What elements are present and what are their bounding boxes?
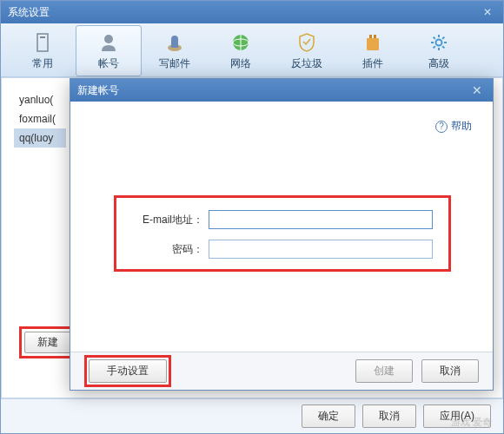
cancel-button[interactable]: 取消 bbox=[362, 404, 416, 428]
help-label: 帮助 bbox=[451, 119, 472, 134]
svg-rect-9 bbox=[374, 35, 376, 38]
watermark: 游戏 爱奇 bbox=[451, 416, 492, 429]
highlight-form: E-mail地址： 密码： bbox=[114, 195, 451, 272]
tab-antispam[interactable]: 反垃圾 bbox=[274, 25, 340, 76]
shield-icon bbox=[295, 30, 319, 55]
svg-line-18 bbox=[442, 37, 444, 39]
dialog-titlebar: 新建帐号 ✕ bbox=[70, 79, 493, 102]
tab-label: 写邮件 bbox=[159, 56, 190, 71]
svg-point-2 bbox=[104, 35, 113, 43]
svg-line-16 bbox=[442, 46, 444, 48]
tab-account[interactable]: 帐号 bbox=[76, 25, 142, 76]
svg-line-17 bbox=[434, 46, 435, 48]
dialog-cancel-button[interactable]: 取消 bbox=[421, 359, 479, 383]
svg-rect-7 bbox=[367, 38, 379, 50]
tab-compose[interactable]: 写邮件 bbox=[142, 25, 208, 76]
tab-label: 高级 bbox=[428, 56, 449, 71]
svg-rect-1 bbox=[40, 36, 45, 38]
tab-label: 网络 bbox=[230, 56, 251, 71]
plugin-icon bbox=[361, 30, 385, 55]
toolbar: 常用 帐号 写邮件 网络 反垃圾 插件 高级 bbox=[1, 23, 503, 77]
tab-advanced[interactable]: 高级 bbox=[406, 25, 472, 76]
email-field[interactable] bbox=[209, 210, 433, 229]
window-close-icon[interactable]: ✕ bbox=[479, 6, 496, 18]
password-label: 密码： bbox=[132, 242, 209, 257]
tab-label: 帐号 bbox=[98, 56, 119, 71]
window-title: 系统设置 bbox=[8, 5, 479, 20]
dialog-footer: 手动设置 创建 取消 bbox=[70, 352, 493, 390]
tab-general[interactable]: 常用 bbox=[10, 25, 76, 76]
new-account-dialog: 新建帐号 ✕ ? 帮助 E-mail地址： 密码： 手动设置 创建 取消 bbox=[70, 78, 494, 391]
tab-plugins[interactable]: 插件 bbox=[340, 25, 406, 76]
manual-setup-button[interactable]: 手动设置 bbox=[89, 359, 167, 383]
general-icon bbox=[30, 30, 55, 55]
dialog-body: ? 帮助 E-mail地址： 密码： bbox=[70, 102, 493, 352]
account-icon bbox=[96, 30, 121, 55]
help-icon: ? bbox=[435, 121, 448, 133]
list-item[interactable]: yanluo( bbox=[14, 90, 66, 109]
list-item[interactable]: foxmail( bbox=[14, 109, 66, 128]
svg-point-10 bbox=[436, 40, 442, 46]
window-footer: 确定 取消 应用(A) bbox=[1, 398, 503, 433]
window-titlebar: 系统设置 ✕ bbox=[1, 1, 503, 23]
account-list: yanluo( foxmail( qq(luoy bbox=[14, 90, 66, 148]
email-label: E-mail地址： bbox=[132, 213, 209, 227]
network-icon bbox=[229, 30, 253, 55]
tab-label: 插件 bbox=[362, 56, 383, 71]
list-item[interactable]: qq(luoy bbox=[14, 128, 66, 148]
tab-network[interactable]: 网络 bbox=[208, 25, 274, 76]
ok-button[interactable]: 确定 bbox=[302, 404, 355, 428]
dialog-title: 新建帐号 bbox=[77, 83, 468, 98]
help-link[interactable]: ? 帮助 bbox=[435, 119, 472, 134]
svg-rect-8 bbox=[369, 35, 372, 38]
tab-label: 反垃圾 bbox=[291, 56, 322, 71]
gear-icon bbox=[427, 30, 451, 55]
password-field[interactable] bbox=[209, 240, 433, 259]
new-button[interactable]: 新建 bbox=[24, 332, 71, 353]
tab-label: 常用 bbox=[32, 56, 53, 71]
highlight-manual: 手动设置 bbox=[84, 355, 171, 387]
highlight-new: 新建 bbox=[19, 326, 76, 358]
email-row: E-mail地址： bbox=[132, 210, 433, 229]
create-button[interactable]: 创建 bbox=[355, 359, 413, 383]
dialog-close-icon[interactable]: ✕ bbox=[468, 83, 486, 97]
svg-line-15 bbox=[434, 37, 435, 39]
compose-icon bbox=[162, 30, 187, 55]
password-row: 密码： bbox=[132, 240, 433, 259]
